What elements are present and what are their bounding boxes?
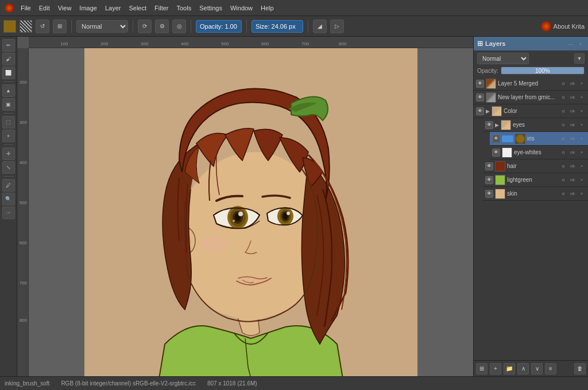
select-lasso-tool[interactable]: ⌖	[2, 130, 15, 142]
layer-color-tag-iris	[502, 135, 513, 142]
brush-tool[interactable]: 🖌	[2, 53, 15, 65]
layer-vis-gmic[interactable]: 👁	[476, 93, 484, 102]
menu-layer[interactable]: Layer	[102, 3, 125, 13]
layer-item-skin[interactable]: 👁 skin α ok ×	[483, 187, 588, 201]
menu-window[interactable]: Window	[227, 3, 256, 13]
layers-float-button[interactable]: —	[567, 40, 575, 48]
size-display[interactable]: Size: 24.06 px	[252, 20, 303, 33]
layer-item-eye-whites[interactable]: 👁 eye-whites α ok ×	[490, 146, 588, 159]
layer-delete-btn[interactable]: 🗑	[574, 363, 586, 375]
layer-ok-gmic[interactable]: ok	[568, 93, 577, 102]
layer-vis-iris[interactable]: 👁	[492, 135, 500, 143]
settings-button[interactable]: ⚙	[155, 20, 169, 33]
menu-tools[interactable]: Tools	[173, 3, 195, 13]
menu-help[interactable]: Help	[257, 3, 277, 13]
angle-btn1[interactable]: ◢	[313, 20, 327, 33]
menu-image[interactable]: Image	[76, 3, 100, 13]
zoom-tool[interactable]: 🔍	[2, 193, 15, 205]
menu-filter[interactable]: Filter	[151, 3, 172, 13]
layer-up-btn[interactable]: ∧	[517, 363, 529, 375]
layer-x-hair[interactable]: ×	[578, 162, 586, 170]
menu-file[interactable]: File	[17, 3, 34, 13]
layer-vis-merged[interactable]: 👁	[476, 80, 484, 88]
layer-vis-lightgreen[interactable]: 👁	[485, 176, 493, 184]
fill-tool[interactable]: ▲	[2, 84, 15, 97]
layer-alpha-skin[interactable]: α	[559, 190, 567, 198]
canvas-container[interactable]: 100 200 300 400 500 600 700 800 200 300 …	[17, 37, 473, 376]
drawing-canvas[interactable]	[84, 46, 417, 376]
layer-vis-hair[interactable]: 👁	[485, 162, 493, 170]
layer-alpha-eyes[interactable]: α	[559, 121, 567, 129]
sync-button[interactable]: ⟳	[138, 20, 152, 33]
layer-item-lightgreen[interactable]: 👁 lightgreen α ok ×	[483, 173, 588, 187]
layer-down-btn[interactable]: ∨	[531, 363, 543, 375]
eraser-button[interactable]: ◎	[172, 20, 186, 33]
layer-folder-btn[interactable]: 📁	[504, 363, 515, 375]
layer-ok-hair[interactable]: ok	[568, 162, 577, 170]
foreground-color[interactable]	[3, 20, 16, 33]
pattern-swatch[interactable]	[20, 20, 32, 33]
layer-menu-btn[interactable]: ≡	[545, 363, 556, 375]
opacity-slider[interactable]: 100%	[501, 67, 585, 75]
menu-edit[interactable]: Edit	[36, 3, 53, 13]
about-krita[interactable]: About Krita	[541, 21, 585, 32]
pan-tool[interactable]: ☞	[2, 206, 15, 219]
menu-settings[interactable]: Settings	[196, 3, 226, 13]
layer-x-btn[interactable]: ×	[578, 80, 586, 88]
layer-x-skin[interactable]: ×	[578, 190, 586, 198]
layer-ok-ew[interactable]: ok	[568, 149, 577, 157]
layer-x-color[interactable]: ×	[578, 107, 586, 115]
layer-x-eyes[interactable]: ×	[578, 121, 586, 129]
angle-btn2[interactable]: ▷	[330, 20, 344, 33]
layer-item-hair[interactable]: 👁 hair α ok ×	[483, 159, 588, 173]
transform-tool[interactable]: ⤡	[2, 161, 15, 174]
toolbox: ✏ 🖌 ⬜ ▲ ▣ ⬚ ⌖ ✛ ⤡ 🖊 🔍 ☞	[0, 37, 17, 376]
ruler-mark-v400: 400	[20, 160, 27, 165]
layer-item-iris[interactable]: 👁 iris α ok ×	[490, 132, 588, 146]
move-tool[interactable]: ✛	[2, 147, 15, 160]
layer-x-gmic[interactable]: ×	[578, 93, 586, 102]
layer-vis-eye-whites[interactable]: 👁	[492, 149, 500, 157]
layer-alpha-lg[interactable]: α	[559, 176, 567, 184]
blend-mode-select[interactable]: Normal Multiply Screen	[76, 20, 128, 33]
layers-close-button[interactable]: ×	[577, 40, 585, 48]
layer-alpha-color[interactable]: α	[559, 107, 567, 115]
layers-blend-mode[interactable]: Normal Multiply Screen	[477, 53, 529, 64]
gradient-tool[interactable]: ▣	[2, 98, 15, 111]
layer-alpha-ew[interactable]: α	[559, 149, 567, 157]
layer-item-gmic[interactable]: 👁 New layer from gmic... α ok ×	[474, 91, 588, 104]
layer-x-ew[interactable]: ×	[578, 149, 586, 157]
layer-ok-btn[interactable]: ok	[568, 80, 577, 88]
layer-vis-color[interactable]: 👁	[476, 107, 484, 115]
layer-ok-eyes[interactable]: ok	[568, 121, 577, 129]
layer-x-iris[interactable]: ×	[578, 135, 586, 143]
select-rect-tool[interactable]: ⬚	[2, 116, 15, 128]
opacity-display[interactable]: Opacity: 1.00	[196, 20, 242, 33]
layer-actions-eye-whites: α ok ×	[559, 149, 586, 157]
layer-x-lg[interactable]: ×	[578, 176, 586, 184]
menu-select[interactable]: Select	[125, 3, 150, 13]
layer-vis-eyes[interactable]: 👁	[485, 121, 493, 129]
layer-alpha-hair[interactable]: α	[559, 162, 567, 170]
layer-alpha-btn[interactable]: α	[559, 80, 567, 88]
menu-view[interactable]: View	[55, 3, 75, 13]
grid-button[interactable]: ⊞	[53, 20, 67, 33]
layer-item-merged[interactable]: 👁 Layer 5 Merged α ok ×	[474, 77, 588, 91]
layer-item-color[interactable]: 👁 ▶ Color α ok ×	[474, 104, 588, 118]
layer-alpha-iris[interactable]: α	[559, 135, 567, 143]
reset-colors-button[interactable]: ↺	[36, 20, 49, 33]
layer-ok-lg[interactable]: ok	[568, 176, 577, 184]
eraser-tool[interactable]: ⬜	[2, 67, 15, 79]
canvas-area[interactable]	[29, 48, 473, 376]
layer-vis-skin[interactable]: 👁	[485, 190, 493, 198]
layers-filter-button[interactable]: ▼	[574, 53, 585, 64]
layer-ok-color[interactable]: ok	[568, 107, 577, 115]
layer-ok-skin[interactable]: ok	[568, 190, 577, 198]
paint-tool[interactable]: ✏	[2, 39, 15, 52]
layer-item-eyes[interactable]: 👁 ▶ eyes α ok ×	[483, 118, 588, 132]
layer-thumb-view-btn[interactable]: ⊞	[476, 363, 488, 375]
layer-ok-iris[interactable]: ok	[568, 135, 577, 143]
layer-alpha-gmic[interactable]: α	[559, 93, 567, 102]
layer-add-btn[interactable]: +	[490, 363, 501, 375]
color-picker-tool[interactable]: 🖊	[2, 179, 15, 192]
